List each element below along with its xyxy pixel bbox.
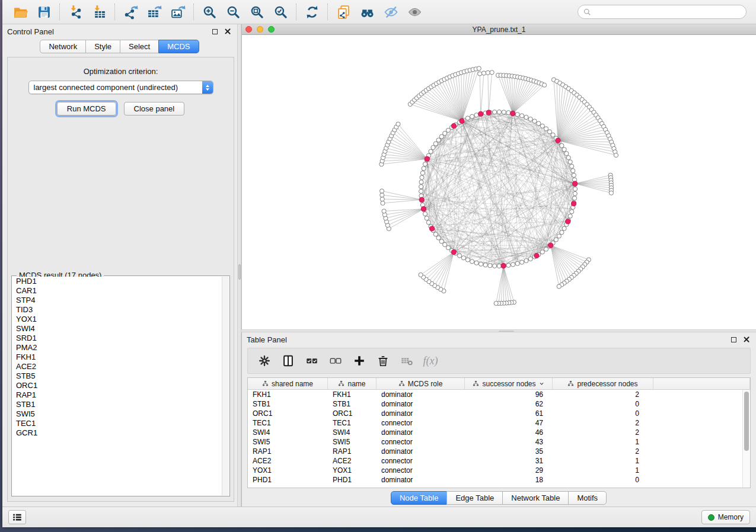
mcds-result-item[interactable]: SWI4 <box>12 324 222 334</box>
export-table-button[interactable] <box>142 2 166 21</box>
table-row[interactable]: YOX1YOX1connector291 <box>248 466 742 475</box>
graph-mcds-node[interactable] <box>419 197 424 202</box>
graph-node[interactable] <box>429 149 433 153</box>
graph-node[interactable] <box>520 260 524 264</box>
graph-mcds-node[interactable] <box>566 219 570 224</box>
graph-node[interactable] <box>426 220 430 225</box>
graph-node[interactable] <box>419 273 423 277</box>
mcds-result-item[interactable]: ACE2 <box>12 362 222 371</box>
graph-node[interactable] <box>497 264 501 268</box>
graph-node[interactable] <box>446 246 450 250</box>
graph-node[interactable] <box>490 70 494 75</box>
graph-node[interactable] <box>524 258 528 262</box>
graph-node[interactable] <box>532 119 537 123</box>
graph-node[interactable] <box>433 142 438 146</box>
graph-node[interactable] <box>478 72 482 76</box>
column-header-MCDS-role[interactable]: MCDS role <box>377 378 465 389</box>
tab-edge-table[interactable]: Edge Table <box>446 491 503 505</box>
graph-node[interactable] <box>506 111 511 115</box>
tab-motifs[interactable]: Motifs <box>568 491 607 505</box>
graph-mcds-node[interactable] <box>511 111 515 116</box>
copy-network-button[interactable] <box>331 2 355 21</box>
graph-node[interactable] <box>494 301 498 305</box>
graph-node[interactable] <box>544 127 548 131</box>
column-header-shared-name[interactable]: shared name <box>248 378 328 389</box>
table-row[interactable]: RAP1RAP1dominator352 <box>248 447 742 456</box>
graph-node[interactable] <box>439 134 444 139</box>
mcds-result-item[interactable]: ORC1 <box>12 381 222 390</box>
save-session-button[interactable] <box>32 2 56 21</box>
mcds-result-item[interactable]: CAR1 <box>12 286 222 296</box>
graph-fan-nodes[interactable] <box>379 66 618 306</box>
mcds-result-item[interactable]: STB5 <box>12 371 222 381</box>
graph-node[interactable] <box>474 113 479 117</box>
table-row[interactable]: PHD1PHD1dominator180 <box>248 475 742 485</box>
graph-mcds-node[interactable] <box>451 123 456 128</box>
float-panel-button[interactable] <box>729 335 738 344</box>
scrollbar-thumb[interactable] <box>744 392 749 451</box>
mcds-result-list[interactable]: PHD1CAR1STP4TID3YOX1SWI4SRD1PMA2FKH1ACE2… <box>12 277 222 495</box>
graph-node[interactable] <box>562 226 566 230</box>
graph-node[interactable] <box>566 156 570 160</box>
graph-node[interactable] <box>515 261 519 265</box>
zoom-out-button[interactable] <box>221 2 245 21</box>
graph-node[interactable] <box>381 201 385 205</box>
mcds-result-item[interactable]: SWI5 <box>12 409 222 419</box>
table-row[interactable]: SWI4SWI4dominator462 <box>248 428 742 437</box>
mcds-result-item[interactable]: TEC1 <box>12 419 222 428</box>
graph-node[interactable] <box>560 143 564 148</box>
graph-node[interactable] <box>446 128 450 132</box>
maximize-window-icon[interactable] <box>268 26 275 33</box>
graph-node[interactable] <box>557 284 561 289</box>
mcds-result-item[interactable]: GCR1 <box>12 428 222 438</box>
splitter-handle[interactable] <box>238 264 241 280</box>
tab-network-table[interactable]: Network Table <box>502 491 569 505</box>
table-row[interactable]: SWI5SWI5connector431 <box>248 437 742 447</box>
graph-node[interactable] <box>479 262 483 266</box>
graph-node[interactable] <box>614 153 618 157</box>
column-header-predecessor-nodes[interactable]: predecessor nodes <box>553 378 653 389</box>
graph-node[interactable] <box>511 262 515 267</box>
show-columns-button[interactable] <box>277 350 299 371</box>
mcds-result-item[interactable]: STP4 <box>12 296 222 305</box>
graph-node[interactable] <box>502 110 506 114</box>
graph-node[interactable] <box>540 124 544 128</box>
graph-node[interactable] <box>470 259 474 264</box>
tab-network[interactable]: Network <box>40 40 86 53</box>
graph-node[interactable] <box>477 66 481 70</box>
column-header-name[interactable]: name <box>328 378 377 389</box>
mcds-result-item[interactable]: PHD1 <box>12 277 222 286</box>
graph-node[interactable] <box>560 230 564 235</box>
graph-node[interactable] <box>568 160 572 164</box>
graph-node[interactable] <box>528 257 532 261</box>
network-canvas[interactable] <box>242 35 756 329</box>
graph-mcds-node[interactable] <box>548 243 553 248</box>
refresh-view-button[interactable] <box>300 2 324 21</box>
close-panel-button[interactable] <box>742 335 751 344</box>
graph-node[interactable] <box>380 193 384 197</box>
graph-node[interactable] <box>557 234 561 238</box>
graph-node[interactable] <box>544 247 548 251</box>
graph-mcds-node[interactable] <box>451 249 456 254</box>
graph-mcds-node[interactable] <box>429 226 434 231</box>
graph-node[interactable] <box>493 110 497 114</box>
hide-selected-button[interactable] <box>379 2 403 21</box>
graph-node[interactable] <box>419 180 423 184</box>
table-scrollbar[interactable] <box>742 390 750 488</box>
graph-node[interactable] <box>537 121 541 126</box>
graph-node[interactable] <box>520 114 524 118</box>
graph-node[interactable] <box>573 191 577 196</box>
graph-node[interactable] <box>515 113 519 117</box>
graph-node[interactable] <box>436 138 441 142</box>
network-graph[interactable] <box>242 35 756 329</box>
graph-node[interactable] <box>423 162 427 166</box>
float-panel-button[interactable] <box>210 27 219 36</box>
graph-node[interactable] <box>547 130 551 134</box>
graph-node[interactable] <box>419 189 423 193</box>
graph-node[interactable] <box>570 210 574 214</box>
graph-node[interactable] <box>457 254 461 258</box>
graph-node[interactable] <box>380 197 384 201</box>
graph-node[interactable] <box>483 263 487 267</box>
graph-node[interactable] <box>465 258 470 262</box>
graph-node[interactable] <box>554 238 558 242</box>
